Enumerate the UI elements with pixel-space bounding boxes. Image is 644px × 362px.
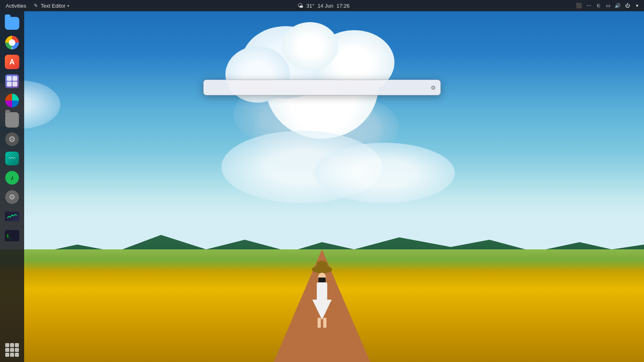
spotify-icon	[5, 171, 19, 185]
sidebar-item-files[interactable]	[3, 14, 21, 32]
terminal-icon: $_	[5, 230, 19, 241]
volume-icon[interactable]: 🔊	[614, 2, 621, 9]
run-input[interactable]	[207, 82, 429, 93]
sidebar-item-spotify[interactable]	[3, 169, 21, 187]
character	[310, 265, 334, 330]
app-dropdown-arrow: ▾	[67, 4, 69, 8]
network-icon[interactable]: ⋯	[585, 2, 592, 9]
sidebar-item-appgrid[interactable]	[3, 341, 21, 359]
char-hat	[312, 265, 332, 274]
sidebar-item-terminal[interactable]: $_	[3, 227, 21, 245]
char-leg-left	[318, 318, 321, 328]
analytics-icon: 〰	[5, 152, 19, 165]
sidebar-item-filemanager[interactable]	[3, 111, 21, 129]
pinwheel-icon	[5, 94, 19, 107]
sysmonitor-icon	[6, 213, 18, 220]
sidebar-item-sysset[interactable]: ⚙	[3, 188, 21, 206]
screenshot-icon[interactable]: ⬛	[576, 2, 583, 9]
top-bar: Activities ✎ Text Editor ▾ 🌤 31° 14 Jun …	[0, 0, 644, 11]
appgrid-icon	[5, 343, 19, 357]
bluetooth-icon[interactable]: ⎗	[595, 2, 602, 9]
grid-icon	[5, 74, 19, 88]
active-dot	[11, 47, 13, 49]
app-icon: ✎	[33, 2, 39, 9]
appstore-icon: A	[5, 55, 19, 69]
top-bar-left: Activities ✎ Text Editor ▾	[3, 0, 72, 11]
sidebar-item-sysmonitor[interactable]	[3, 208, 21, 225]
sidebar-dock: A ⚙ 〰 ⚙	[0, 11, 24, 362]
tray-expand-icon[interactable]: ▾	[634, 2, 641, 9]
activities-button[interactable]: Activities	[3, 0, 29, 11]
temperature: 31°	[306, 3, 314, 9]
app-name-text: Text Editor	[41, 3, 65, 9]
app-name-menu[interactable]: ✎ Text Editor ▾	[30, 0, 71, 11]
sidebar-item-settings[interactable]: ⚙	[3, 130, 21, 148]
time-display: 17:26	[336, 3, 350, 9]
top-bar-right: ⬛ ⋯ ⎗ ▭ 🔊 ⏻ ▾	[576, 2, 641, 9]
char-dress	[312, 300, 332, 320]
sidebar-item-appstore[interactable]: A	[3, 53, 21, 71]
display-icon[interactable]: ▭	[605, 2, 612, 9]
sidebar-item-multitasking[interactable]	[3, 72, 21, 90]
run-settings-icon: ⚙	[431, 84, 436, 91]
run-dialog: ⚙	[203, 80, 441, 95]
folder-icon	[5, 17, 19, 30]
files-icon	[5, 112, 19, 128]
settings-icon: ⚙	[5, 132, 19, 146]
sidebar-item-browser[interactable]	[3, 34, 21, 51]
sidebar-item-pinwheel[interactable]	[3, 92, 21, 109]
top-bar-center: 🌤 31° 14 Jun 17:26	[297, 2, 349, 9]
activities-label: Activities	[6, 3, 26, 9]
clouds	[201, 18, 443, 179]
sysset-icon: ⚙	[5, 190, 19, 204]
run-settings-button[interactable]: ⚙	[429, 84, 437, 92]
char-leg-right	[323, 318, 326, 328]
power-icon[interactable]: ⏻	[624, 2, 631, 9]
system-tray: ⬛ ⋯ ⎗ ▭ 🔊 ⏻ ▾	[576, 2, 641, 9]
weather-icon: 🌤	[297, 2, 303, 9]
date-display: 14 Jun	[318, 3, 333, 9]
char-legs	[318, 318, 326, 328]
sidebar-item-analytics[interactable]: 〰	[3, 150, 21, 167]
